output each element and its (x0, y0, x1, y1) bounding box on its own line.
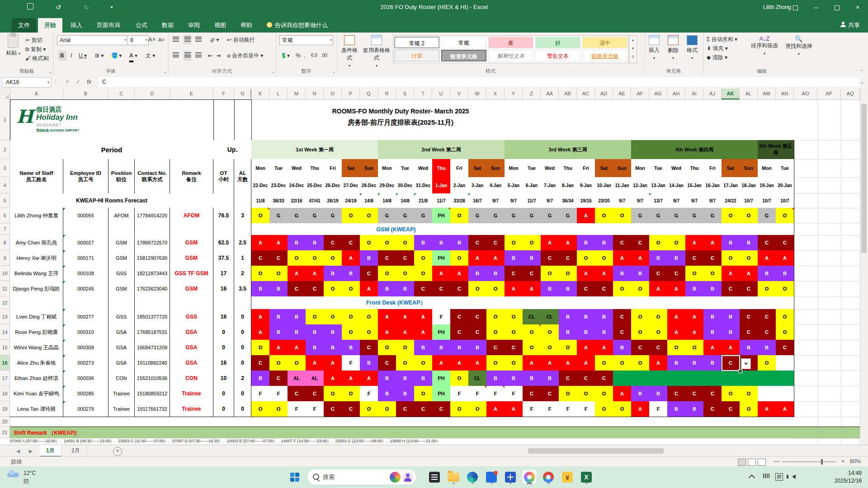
staff-name-13[interactable]: Lven Ding 丁相斌 (10, 309, 63, 325)
staff-pos-18[interactable]: Trainee (108, 386, 135, 402)
col-header-V[interactable]: V (450, 89, 468, 99)
cell-AN16[interactable] (776, 355, 794, 371)
forecast-26[interactable]: 24/22 (722, 193, 740, 208)
col-header-D[interactable]: D (135, 89, 170, 99)
cell-U14[interactable]: PH (432, 324, 451, 340)
cell-Y8[interactable]: O (505, 235, 523, 251)
cell-AJ6[interactable]: G (703, 208, 722, 224)
cell-AB9[interactable]: C (559, 250, 577, 266)
cell-AI10[interactable]: O (685, 266, 704, 282)
forecast-13[interactable]: 9/7 (486, 193, 505, 208)
row-header-9[interactable]: 9 (0, 250, 10, 266)
col-header-AF[interactable]: AF (631, 89, 649, 99)
cell-S6[interactable]: G (396, 208, 415, 224)
cell-AL11[interactable]: C (740, 281, 758, 297)
col-header-AG[interactable]: AG (649, 89, 667, 99)
col-header-AM[interactable]: AM (758, 89, 776, 99)
col-header-AJ[interactable]: AJ (703, 89, 722, 99)
staff-pos-11[interactable]: GSM (108, 281, 135, 297)
forecast-9[interactable]: 21/8 (414, 193, 433, 208)
cell-AI19[interactable]: B (685, 401, 704, 417)
staff-al-18[interactable]: 0 (234, 386, 251, 402)
staff-name-6[interactable]: Lilith Zhong 钟晨晨 (10, 208, 63, 224)
forecast-14[interactable]: 9/7 (505, 193, 523, 208)
col-header-M[interactable]: M (288, 89, 306, 99)
forecast-22[interactable]: 13/7 (649, 193, 668, 208)
cell-AL14[interactable]: C (740, 324, 758, 340)
staff-id-14[interactable]: 000310 (63, 324, 108, 340)
cell-AN8[interactable]: C (776, 235, 794, 251)
cell-AB6[interactable]: G (559, 208, 577, 224)
cell-AG6[interactable]: G (649, 208, 668, 224)
cell-N15[interactable]: B (306, 340, 324, 356)
forecast-3[interactable]: 47/41 (306, 193, 324, 208)
cell-Z19[interactable]: F (523, 401, 541, 417)
cell-AK11[interactable]: C (722, 281, 740, 297)
cell-Q15[interactable]: C (360, 340, 378, 356)
cell-N13[interactable]: O (306, 309, 324, 325)
cell-R10[interactable]: O (378, 266, 396, 282)
cell-L18[interactable]: F (269, 386, 288, 402)
cell-AE18[interactable]: A (613, 386, 632, 402)
cell-AA10[interactable]: O (541, 266, 559, 282)
staff-pos-9[interactable]: GSM (108, 250, 135, 266)
col-header-AC[interactable]: AC (577, 89, 595, 99)
staff-id-16[interactable]: 000273 (63, 355, 108, 371)
forecast-21[interactable]: 9/7 (631, 193, 650, 208)
cell-K14[interactable]: A (251, 324, 270, 340)
cell-V8[interactable]: B (450, 235, 469, 251)
staff-name-16[interactable]: Alice Zhu 朱春艳 (10, 355, 63, 371)
cell-O13[interactable]: O (324, 309, 342, 325)
cell-AL6[interactable]: O (740, 208, 758, 224)
cell-AL9[interactable]: O (740, 250, 758, 266)
cell-S19[interactable]: C (396, 401, 415, 417)
cell-AF14[interactable]: O (631, 324, 650, 340)
cell-L19[interactable]: O (269, 401, 288, 417)
cell-AB16[interactable]: A (559, 355, 577, 371)
cell-AH19[interactable]: B (667, 401, 686, 417)
col-header-AK[interactable]: AK (722, 89, 740, 99)
cell-O8[interactable]: C (324, 235, 342, 251)
staff-contact-19[interactable]: 19117661732 (135, 401, 170, 417)
staff-al-8[interactable]: 2.5 (234, 235, 251, 251)
row-header-19[interactable]: 19 (0, 401, 10, 417)
cell-U9[interactable]: PH (432, 250, 451, 266)
staff-pos-17[interactable]: CON (108, 371, 135, 386)
cell-V9[interactable]: O (450, 250, 469, 266)
cell-O17[interactable]: A (324, 371, 342, 386)
cell-S13[interactable]: A (396, 309, 415, 325)
edge-icon[interactable] (465, 470, 480, 484)
cell-W18[interactable]: F (468, 386, 487, 402)
cell-AM13[interactable]: C (758, 309, 776, 325)
cell-M14[interactable]: B (288, 324, 306, 340)
cell-W6[interactable]: G (468, 208, 487, 224)
cell-U19[interactable]: C (432, 401, 451, 417)
cell-O9[interactable]: O (324, 250, 342, 266)
cell-U6[interactable]: PH (432, 208, 451, 224)
staff-al-16[interactable]: 0 (234, 355, 251, 371)
staff-remark-18[interactable]: Trainee (170, 386, 213, 402)
forecast-6[interactable]: 14/8 (360, 193, 378, 208)
cell-AG18[interactable]: B (649, 386, 668, 402)
cell-Y17[interactable]: B (505, 371, 523, 386)
cell-AN11[interactable]: O (776, 281, 794, 297)
cell-AF9[interactable]: A (631, 250, 650, 266)
cell-AH16[interactable]: B (667, 355, 686, 371)
cell-R11[interactable]: B (378, 281, 396, 297)
cell-U8[interactable]: B (432, 235, 451, 251)
staff-ot-10[interactable]: 17 (213, 266, 234, 282)
row-header-10[interactable]: 10 (0, 266, 10, 281)
cell-AE19[interactable]: O (613, 401, 632, 417)
row-header-14[interactable]: 14 (0, 324, 10, 340)
cell-X8[interactable]: C (486, 235, 505, 251)
cell-AC9[interactable]: O (577, 250, 595, 266)
row-header-15[interactable]: 15 (0, 340, 10, 355)
col-header-Z[interactable]: Z (523, 89, 541, 99)
cell-AE14[interactable]: C (613, 324, 632, 340)
cell-AH11[interactable]: A (667, 281, 686, 297)
zoom-in-icon[interactable]: + (841, 458, 844, 465)
cell-N11[interactable]: C (306, 281, 324, 297)
cell-AE6[interactable]: O (613, 208, 632, 224)
cell-AD16[interactable]: O (595, 355, 613, 371)
row-header-18[interactable]: 18 (0, 386, 10, 401)
